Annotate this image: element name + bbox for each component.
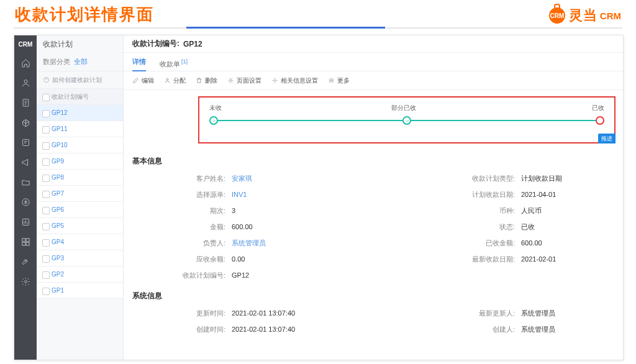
field-label: 选择源单: xyxy=(132,190,232,199)
svg-point-9 xyxy=(24,280,27,283)
contract-icon[interactable] xyxy=(14,132,37,152)
announce-icon[interactable] xyxy=(14,152,37,172)
field-value: 600.00 xyxy=(232,223,356,230)
field-label: 金额: xyxy=(132,222,232,232)
tab-receipt-label: 收款单 xyxy=(160,60,180,68)
more-label: 更多 xyxy=(337,76,350,85)
filter-row[interactable]: 数据分类 全部 xyxy=(37,53,123,71)
stage-dot-2[interactable] xyxy=(402,116,411,125)
trash-icon xyxy=(196,77,202,84)
list-item[interactable]: GP12 xyxy=(37,105,123,121)
delete-button[interactable]: 删除 xyxy=(196,76,217,85)
section-system-title: 系统信息 xyxy=(124,286,623,305)
tab-receipt[interactable]: 收款单[1] xyxy=(160,52,188,71)
assign-button[interactable]: 分配 xyxy=(164,76,186,85)
user-icon xyxy=(164,77,171,84)
help-icon xyxy=(43,76,50,83)
list-item[interactable]: GP5 xyxy=(37,218,123,234)
gear-icon xyxy=(227,77,234,84)
customer-icon[interactable] xyxy=(14,73,37,93)
gear-icon xyxy=(271,77,278,84)
field-value[interactable]: 系统管理员 xyxy=(232,239,356,248)
list-item[interactable]: GP10 xyxy=(37,137,123,153)
page-title: 收款计划详情界面 xyxy=(15,4,154,25)
svg-rect-5 xyxy=(22,238,25,241)
list-item[interactable]: GP2 xyxy=(37,266,123,283)
field-value: 3 xyxy=(232,207,356,214)
field-value: 计划收款日期 xyxy=(521,174,614,183)
help-text: 如何创建收款计划 xyxy=(52,76,102,84)
stage-dot-1[interactable] xyxy=(209,116,218,125)
svg-rect-6 xyxy=(26,238,29,241)
field-label: 创建人: xyxy=(356,325,521,334)
list-module-title: 收款计划 xyxy=(37,35,123,53)
related-settings-button[interactable]: 相关信息设置 xyxy=(271,76,318,85)
more-button[interactable]: 更多 xyxy=(328,76,350,85)
report-icon[interactable] xyxy=(14,212,37,232)
folder-icon[interactable] xyxy=(14,172,37,192)
field-label: 客户姓名: xyxy=(132,174,232,183)
field-value: 人民币 xyxy=(521,206,614,216)
field-value: 已收 xyxy=(521,222,614,232)
field-value: 系统管理员 xyxy=(521,309,614,318)
tab-bar: 详情 收款单[1] xyxy=(124,53,623,71)
nav-rail: CRM xyxy=(14,35,37,360)
list-item[interactable]: GP6 xyxy=(37,202,123,218)
svg-rect-2 xyxy=(22,139,29,145)
field-label: 收款计划编号: xyxy=(132,271,232,280)
divider-accent xyxy=(186,27,385,29)
pencil-icon xyxy=(132,77,139,84)
filter-value: 全部 xyxy=(74,57,88,66)
tab-detail[interactable]: 详情 xyxy=(132,52,146,71)
assign-label: 分配 xyxy=(173,76,186,85)
svg-rect-8 xyxy=(26,242,29,245)
list-item[interactable]: GP7 xyxy=(37,186,123,202)
field-label: 创建时间: xyxy=(132,325,232,334)
home-icon[interactable] xyxy=(14,53,37,73)
tab-receipt-count: [1] xyxy=(181,58,188,65)
field-label: 期次: xyxy=(132,206,232,216)
tools-icon[interactable] xyxy=(14,252,37,271)
field-value: 0.00 xyxy=(232,255,356,263)
list-item[interactable]: GP8 xyxy=(37,170,123,186)
list-item[interactable]: GP11 xyxy=(37,121,123,137)
rail-logo[interactable]: CRM xyxy=(14,35,37,53)
field-value[interactable]: 安家琪 xyxy=(232,174,356,183)
field-label: 更新时间: xyxy=(132,309,232,318)
brand: CRM 灵当 CRM xyxy=(549,6,621,25)
detail-pane: 收款计划编号: GP12 详情 收款单[1] 编辑 分配 删除 页面设置 相关信… xyxy=(124,35,623,360)
list-column-header[interactable]: 收款计划编号 xyxy=(37,89,123,105)
app-window: CRM 收款计划 数据分类 全部 如何创建收款计划 收款计划编号 GP12 GP… xyxy=(14,35,624,360)
help-tip[interactable]: 如何创建收款计划 xyxy=(37,71,123,89)
finance-icon[interactable] xyxy=(14,192,37,212)
field-label: 已收金额: xyxy=(356,239,521,248)
field-label: 状态: xyxy=(356,222,521,232)
field-label: 负责人: xyxy=(132,239,232,248)
list-item[interactable]: GP9 xyxy=(37,153,123,170)
record-toolbar: 编辑 分配 删除 页面设置 相关信息设置 更多 xyxy=(124,71,623,90)
advance-button[interactable]: 推进 xyxy=(598,134,616,143)
field-label: 最新更新人: xyxy=(356,309,521,318)
field-value: 2021-02-01 xyxy=(521,255,614,263)
stage-dot-3[interactable] xyxy=(596,116,604,125)
settings-icon[interactable] xyxy=(14,271,37,291)
dashboard-icon[interactable] xyxy=(14,232,37,252)
field-label: 收款计划类型: xyxy=(356,174,521,183)
document-icon[interactable] xyxy=(14,93,37,112)
field-value[interactable]: INV1 xyxy=(232,191,356,198)
record-header: 收款计划编号: GP12 xyxy=(124,35,623,53)
field-value: 2021-02-01 13:07:40 xyxy=(232,325,356,333)
edit-label: 编辑 xyxy=(142,76,154,85)
list-item[interactable]: GP1 xyxy=(37,283,123,299)
related-settings-label: 相关信息设置 xyxy=(281,76,318,85)
filter-label: 数据分类 xyxy=(43,57,70,66)
list-item[interactable]: GP3 xyxy=(37,250,123,266)
stage-label-2: 部分已收 xyxy=(216,104,592,112)
list-item[interactable]: GP4 xyxy=(37,234,123,250)
brand-suffix: CRM xyxy=(600,11,621,21)
system-info-grid: 更新时间:2021-02-01 13:07:40最新更新人:系统管理员 创建时间… xyxy=(124,305,623,340)
page-settings-button[interactable]: 页面设置 xyxy=(227,76,261,85)
product-icon[interactable] xyxy=(14,112,37,132)
page-settings-label: 页面设置 xyxy=(237,76,261,85)
edit-button[interactable]: 编辑 xyxy=(132,76,154,85)
